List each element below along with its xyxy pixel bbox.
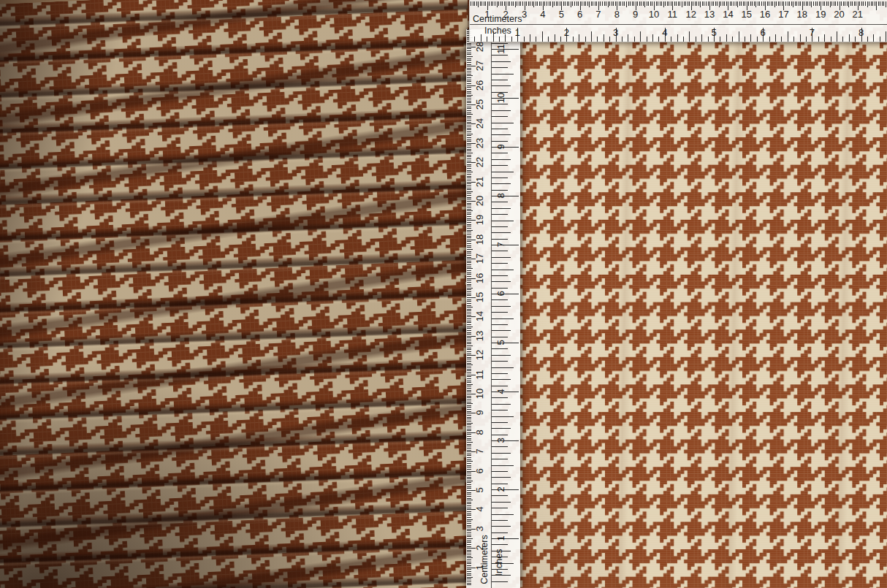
inch-tick [560, 37, 561, 42]
cm-tick [467, 369, 471, 370]
cm-tick [467, 95, 473, 96]
cm-tick [489, 1, 490, 6]
cm-tick [467, 397, 471, 398]
cm-tick [467, 560, 471, 560]
cm-number: 26 [474, 80, 485, 90]
cm-tick [467, 390, 471, 391]
cm-tick [467, 455, 471, 456]
cm-tick [467, 400, 471, 400]
cm-number: 13 [704, 9, 715, 20]
cm-tick [850, 1, 851, 6]
inch-number: 4 [662, 27, 667, 38]
cm-tick [467, 542, 471, 543]
inch-tick [492, 386, 508, 386]
cm-tick [467, 478, 471, 479]
cm-tick [467, 519, 473, 520]
cm-tick [467, 327, 473, 327]
cm-tick [467, 218, 471, 219]
cm-tick [467, 584, 471, 585]
cm-number: 25 [474, 99, 485, 110]
cm-tick [480, 1, 481, 6]
cm-number: 6 [577, 9, 582, 20]
cm-tick [706, 1, 707, 6]
cm-tick [785, 1, 786, 6]
cm-tick [467, 112, 471, 113]
cm-tick [467, 255, 471, 256]
cm-tick [641, 1, 642, 6]
cm-tick [467, 530, 471, 531]
inch-tick [542, 31, 543, 42]
cm-tick [852, 1, 853, 6]
inch-tick [474, 37, 475, 42]
inch-tick [492, 502, 511, 503]
inch-tick [824, 34, 825, 42]
inch-tick [555, 34, 555, 42]
cm-number: 4 [540, 9, 545, 20]
cm-tick [467, 571, 471, 572]
cm-tick [467, 386, 471, 386]
inch-tick [492, 484, 508, 484]
cm-number: 23 [474, 138, 485, 148]
cm-number: 8 [614, 9, 620, 20]
inch-tick [492, 495, 508, 496]
inch-tick [775, 34, 776, 42]
inch-tick [492, 526, 511, 527]
cm-tick [467, 237, 471, 238]
cm-tick [467, 172, 473, 172]
cm-tick [508, 1, 509, 6]
cm-number: 19 [474, 215, 485, 225]
inch-tick [492, 563, 514, 564]
cm-tick [502, 1, 503, 6]
cm-tick [467, 69, 471, 70]
cm-tick [467, 354, 471, 354]
inch-tick [499, 37, 500, 42]
cm-tick [467, 99, 471, 99]
cm-tick [807, 1, 808, 6]
cm-tick [628, 1, 629, 6]
inch-tick [492, 251, 508, 251]
cm-tick [467, 409, 471, 410]
cm-tick [467, 556, 471, 557]
cm-tick [467, 349, 471, 350]
cm-tick [467, 583, 471, 584]
cm-tick [467, 180, 471, 180]
cm-tick [467, 232, 471, 232]
cm-tick [600, 1, 601, 6]
inch-tick [492, 557, 508, 557]
cm-tick [467, 195, 471, 196]
cm-tick [467, 318, 471, 319]
cm-tick [547, 1, 547, 6]
cm-tick [467, 226, 471, 226]
cm-tick [520, 1, 521, 6]
inch-tick [492, 165, 508, 166]
inch-tick [524, 37, 525, 42]
cm-tick [789, 1, 790, 6]
cm-tick [708, 1, 709, 6]
cm-tick [467, 241, 471, 242]
cm-tick [734, 1, 734, 6]
cm-tick [582, 1, 582, 6]
cm-tick [467, 280, 471, 280]
cm-tick [509, 1, 510, 6]
cm-tick [758, 1, 758, 6]
cm-tick [886, 1, 886, 7]
cm-tick [841, 1, 842, 6]
cm-tick [741, 1, 742, 6]
cm-tick [679, 1, 680, 6]
ruler-scale-divider [470, 24, 887, 25]
cm-tick [467, 367, 471, 367]
inch-tick [492, 104, 508, 104]
cm-tick [854, 1, 855, 6]
inch-tick [492, 67, 508, 68]
cm-number: 14 [474, 311, 485, 321]
inch-tick [640, 31, 641, 42]
cm-tick [467, 322, 471, 323]
inch-tick [492, 85, 511, 86]
inch-tick [492, 74, 514, 75]
inch-tick [788, 31, 788, 42]
inch-tick [492, 172, 514, 172]
cm-tick [693, 1, 693, 6]
cm-tick [467, 535, 471, 535]
cm-tick [481, 1, 482, 6]
cm-tick [467, 446, 471, 446]
